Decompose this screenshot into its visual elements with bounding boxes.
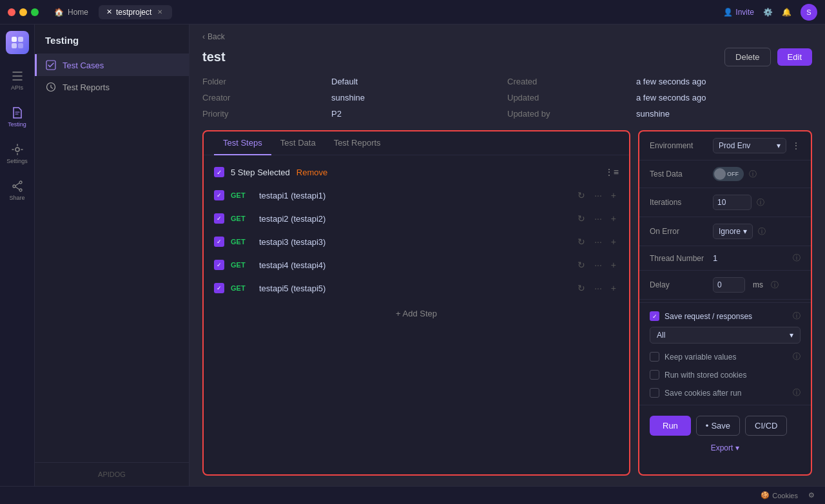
- step-checkbox-1[interactable]: ✓: [214, 190, 224, 200]
- delay-input[interactable]: [713, 277, 745, 293]
- keep-variable-info-icon[interactable]: ⓘ: [793, 351, 801, 362]
- notification-icon[interactable]: 🔔: [782, 8, 791, 17]
- step-checkbox-4[interactable]: ✓: [214, 260, 224, 270]
- sidebar-item-share[interactable]: Share: [3, 175, 32, 206]
- save-request-info-icon[interactable]: ⓘ: [793, 311, 801, 322]
- step-name-4: testapi4 (testapi4): [259, 260, 568, 270]
- add-icon-5[interactable]: +: [608, 282, 619, 295]
- table-row[interactable]: ✓ GET testapi3 (testapi3) ↻ ··· +: [204, 230, 629, 253]
- test-data-label: Test Data: [650, 170, 708, 179]
- add-icon-4[interactable]: +: [608, 258, 619, 271]
- table-row[interactable]: ✓ GET testapi5 (testapi5) ↻ ··· +: [204, 276, 629, 300]
- created-value: a few seconds ago: [636, 75, 812, 88]
- run-stored-cookies-checkbox[interactable]: [650, 370, 659, 380]
- keep-variable-checkbox[interactable]: [650, 352, 659, 362]
- more-icon-2[interactable]: ···: [592, 212, 605, 225]
- more-icon-1[interactable]: ···: [592, 189, 605, 202]
- avatar[interactable]: S: [801, 4, 817, 21]
- close-button[interactable]: [8, 8, 15, 16]
- test-data-row: Test Data OFF ⓘ: [639, 160, 811, 188]
- run-button[interactable]: Run: [650, 416, 691, 436]
- tab-home[interactable]: 🏠 Home: [46, 5, 96, 19]
- delete-button[interactable]: Delete: [724, 48, 771, 66]
- minimize-button[interactable]: [19, 8, 27, 16]
- save-cookies-checkbox[interactable]: [650, 388, 659, 398]
- iterations-info-icon[interactable]: ⓘ: [757, 197, 764, 208]
- add-step-button[interactable]: + Add Step: [396, 309, 437, 318]
- step-checkbox-5[interactable]: ✓: [214, 283, 224, 293]
- refresh-icon-1[interactable]: ↻: [575, 189, 588, 202]
- tab-test-reports[interactable]: Test Reports: [325, 131, 390, 155]
- on-error-select[interactable]: Ignore ▾: [713, 224, 753, 239]
- refresh-icon-5[interactable]: ↻: [575, 282, 588, 295]
- step-checkbox-2[interactable]: ✓: [214, 213, 224, 224]
- settings-icon[interactable]: ⚙️: [763, 8, 773, 17]
- left-nav-title: Testing: [45, 35, 79, 46]
- table-row[interactable]: ✓ GET testapi4 (testapi4) ↻ ··· +: [204, 253, 629, 276]
- sidebar-item-apis[interactable]: APIs: [3, 64, 32, 96]
- remove-link[interactable]: Remove: [296, 168, 327, 177]
- refresh-icon-2[interactable]: ↻: [575, 212, 588, 225]
- cookies-button[interactable]: 🍪 Cookies: [761, 491, 798, 499]
- tab-testproject-label: testproject: [116, 8, 151, 17]
- tab-testproject[interactable]: ✕ testproject ✕: [99, 5, 172, 19]
- iterations-input[interactable]: [713, 195, 752, 210]
- save-dot-icon: •: [706, 421, 709, 431]
- select-all-checkbox[interactable]: ✓: [214, 167, 224, 177]
- save-request-dropdown[interactable]: All ▾: [650, 327, 801, 344]
- refresh-icon-4[interactable]: ↻: [575, 258, 588, 271]
- environment-menu-icon[interactable]: ⋮: [791, 141, 801, 151]
- environment-select[interactable]: Prod Env ▾: [713, 138, 786, 153]
- add-icon-1[interactable]: +: [608, 189, 619, 202]
- cookie-icon: 🍪: [761, 491, 770, 499]
- save-request-checkbox[interactable]: ✓: [650, 311, 659, 321]
- testproject-icon: ✕: [106, 8, 112, 16]
- on-error-value: Ignore: [719, 227, 741, 236]
- test-data-info-icon[interactable]: ⓘ: [749, 169, 757, 180]
- thread-info-icon[interactable]: ⓘ: [793, 253, 801, 264]
- settings-label: Settings: [6, 158, 28, 164]
- add-icon-2[interactable]: +: [608, 212, 619, 225]
- more-icon-3[interactable]: ···: [592, 235, 605, 248]
- sidebar-item-testing[interactable]: Testing: [3, 101, 32, 133]
- table-row[interactable]: ✓ GET testapi2 (testapi2) ↻ ··· +: [204, 207, 629, 230]
- tab-test-steps-label: Test Steps: [223, 138, 262, 148]
- creator-value: sunshine: [331, 92, 507, 104]
- tab-test-data[interactable]: Test Data: [271, 131, 325, 155]
- on-error-row: On Error Ignore ▾ ⓘ: [639, 217, 811, 246]
- export-chevron-icon: ▾: [735, 443, 739, 452]
- step-actions-4: ↻ ··· +: [575, 258, 619, 271]
- meta-grid: Folder Default Created a few seconds ago…: [202, 75, 812, 120]
- maximize-button[interactable]: [31, 8, 39, 16]
- invite-button[interactable]: 👤 Invite: [723, 8, 754, 17]
- page-actions: Delete Edit: [724, 48, 812, 66]
- tab-test-steps[interactable]: Test Steps: [214, 131, 271, 155]
- nav-item-test-cases[interactable]: Test Cases: [35, 54, 189, 76]
- environment-label: Environment: [650, 141, 708, 150]
- edit-button[interactable]: Edit: [777, 48, 812, 66]
- step-checkbox-3[interactable]: ✓: [214, 237, 224, 247]
- more-icon-5[interactable]: ···: [592, 282, 605, 295]
- step-options-icon[interactable]: ⋮≡: [605, 167, 619, 177]
- sidebar-item-settings[interactable]: Settings: [3, 138, 32, 170]
- testing-label: Testing: [8, 121, 26, 128]
- refresh-icon-3[interactable]: ↻: [575, 235, 588, 248]
- export-row[interactable]: Export ▾: [639, 440, 811, 452]
- save-button[interactable]: • Save: [696, 416, 740, 436]
- on-error-info-icon[interactable]: ⓘ: [758, 226, 766, 237]
- tab-close-icon[interactable]: ✕: [155, 8, 164, 17]
- add-icon-3[interactable]: +: [608, 235, 619, 248]
- more-icon-4[interactable]: ···: [592, 258, 605, 271]
- cicd-button[interactable]: CI/CD: [745, 416, 787, 436]
- page-title-row: test Delete Edit: [202, 48, 812, 66]
- environment-row: Environment Prod Env ▾ ⋮: [639, 131, 811, 160]
- test-data-toggle[interactable]: OFF: [713, 167, 744, 181]
- traffic-lights: [8, 8, 39, 16]
- nav-item-test-reports[interactable]: Test Reports: [35, 76, 189, 98]
- table-row[interactable]: ✓ GET testapi1 (testapi1) ↻ ··· +: [204, 184, 629, 207]
- save-cookies-info-icon[interactable]: ⓘ: [793, 387, 801, 398]
- bottom-settings-icon[interactable]: ⚙: [808, 491, 815, 499]
- back-link[interactable]: ‹ Back: [202, 32, 812, 41]
- delay-info-icon[interactable]: ⓘ: [771, 280, 779, 291]
- svg-rect-3: [18, 43, 23, 48]
